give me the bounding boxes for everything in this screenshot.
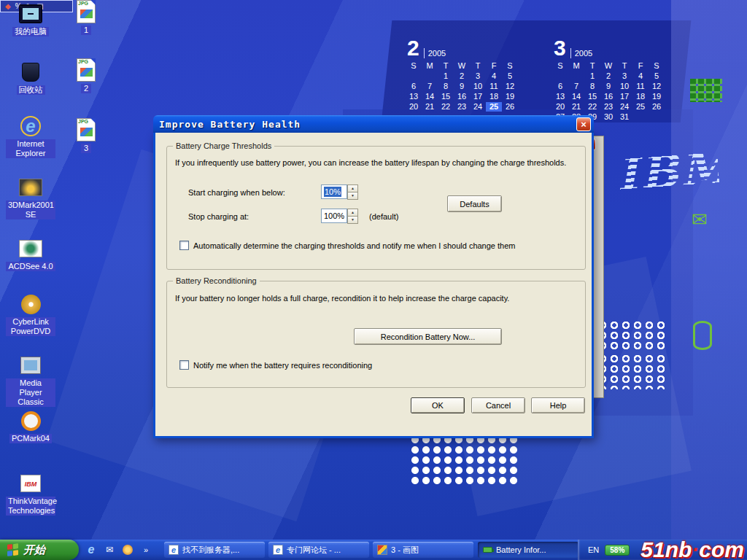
calendar-day: 15 xyxy=(438,92,454,101)
quicklaunch-media-icon[interactable] xyxy=(121,543,134,556)
start-charge-input[interactable]: 10% xyxy=(321,184,347,199)
task-button-battery-information[interactable]: Battery Infor... xyxy=(478,542,578,558)
icon-label: 回收站 xyxy=(17,85,45,95)
stop-default-suffix: (default) xyxy=(369,212,398,222)
desktop-icon-3dmark2001[interactable]: 3DMark2001 SE xyxy=(6,176,55,219)
icon-label: Media Player Classic xyxy=(6,378,55,407)
calendar-day: 3 xyxy=(470,71,486,81)
calendar-year: 2005 xyxy=(570,48,592,58)
start-charge-spinner[interactable]: 10% ▲ ▼ xyxy=(321,184,358,199)
ie-page-icon: e xyxy=(169,545,179,555)
icon-label: Internet Explorer xyxy=(6,139,55,158)
reconditioning-description: If your battery no longer holds a full c… xyxy=(175,294,580,303)
calendar-day: 6 xyxy=(552,82,568,91)
calendar-day: 9 xyxy=(600,82,616,91)
file-label: 2 xyxy=(81,84,91,93)
paint-icon xyxy=(377,545,387,555)
group-title: Battery Reconditioning xyxy=(173,276,260,285)
auto-threshold-checkbox-row[interactable]: Automatically determine the charging thr… xyxy=(179,241,515,250)
start-button[interactable]: 开始 xyxy=(0,540,79,560)
calendar-day-header: M xyxy=(422,61,438,71)
calendar-day: 10 xyxy=(470,82,486,91)
icon-label: 3DMark2001 SE xyxy=(6,201,55,219)
desktop-icon-media-player-classic[interactable]: Media Player Classic xyxy=(6,354,55,407)
calendar-day: 13 xyxy=(552,92,568,101)
desktop-icon-thinkvantage[interactable]: IBM ThinkVantage Technologies xyxy=(6,472,55,516)
desktop-file-jpg-1[interactable]: JPG 1 xyxy=(69,0,104,35)
language-indicator[interactable]: EN xyxy=(588,545,599,554)
calendar-day: 2 xyxy=(600,71,616,81)
calendar-day-header: T xyxy=(584,61,600,71)
calendar-day: 7 xyxy=(422,82,438,91)
notify-reconditioning-checkbox-row[interactable]: Notify me when the battery requires reco… xyxy=(179,360,372,370)
windows-logo-icon xyxy=(7,543,19,556)
defaults-button[interactable]: Defaults xyxy=(447,195,502,212)
calendar-day: 5 xyxy=(649,71,665,81)
calendar-day: 1 xyxy=(584,71,600,81)
calendar-day: 4 xyxy=(632,71,649,81)
auto-threshold-checkbox[interactable] xyxy=(179,241,189,250)
help-button[interactable]: Help xyxy=(531,397,585,413)
file-label: 3 xyxy=(81,144,91,153)
calendar-day: 25 xyxy=(486,102,502,112)
task-button-server-not-found[interactable]: e 找不到服务器,... xyxy=(164,542,265,558)
file-label: 1 xyxy=(81,26,91,35)
calendar-day: 8 xyxy=(584,82,600,91)
ok-button[interactable]: OK xyxy=(411,397,465,413)
dialog-titlebar[interactable]: Improve Battery Health × xyxy=(153,115,594,133)
recondition-battery-button[interactable]: Recondition Battery Now... xyxy=(354,328,502,345)
spinner-up-icon[interactable]: ▲ xyxy=(347,209,358,216)
desktop-file-jpg-2[interactable]: JPG 2 xyxy=(69,58,104,93)
desktop-icon-internet-explorer[interactable]: e Internet Explorer xyxy=(6,115,55,158)
notify-reconditioning-checkbox-label: Notify me when the battery requires reco… xyxy=(193,361,372,370)
spinner-up-icon[interactable]: ▲ xyxy=(347,184,358,192)
stop-charge-input[interactable]: 100% xyxy=(321,209,347,223)
calendar-day: 22 xyxy=(438,102,454,112)
acdsee-icon xyxy=(19,240,42,257)
51nb-watermark: 51nb·com xyxy=(640,540,744,560)
quicklaunch-ie-icon[interactable]: e xyxy=(85,543,98,556)
desktop-icon-acdsee[interactable]: ACDSee 4.0 xyxy=(6,238,55,271)
calendar-day: 13 xyxy=(406,92,422,101)
calendar-day: 24 xyxy=(616,102,632,112)
stop-charging-label: Stop charging at: xyxy=(188,212,249,222)
desktop-icon-my-computer[interactable]: 我的电脑 xyxy=(6,3,55,36)
quicklaunch-overflow-icon[interactable]: » xyxy=(139,543,152,556)
calendar-day: 26 xyxy=(502,102,518,112)
calendar-day: 21 xyxy=(422,102,438,112)
desktop-icon-recycle-bin[interactable]: 回收站 xyxy=(6,61,55,95)
media-player-classic-icon xyxy=(20,357,41,374)
calendar-day xyxy=(422,71,438,81)
desktop-file-jpg-3[interactable]: JPG 3 xyxy=(69,118,104,153)
calendar-day-header: F xyxy=(486,61,502,71)
background-window-edge xyxy=(592,136,604,398)
improve-battery-health-dialog: Improve Battery Health × Battery Charge … xyxy=(153,133,594,438)
calendar-day: 17 xyxy=(616,92,632,101)
desktop-icon-powerdvd[interactable]: CyberLink PowerDVD xyxy=(6,293,55,336)
desktop-icon-pcmark04[interactable]: PCMark04 xyxy=(6,410,55,443)
calendar-month: 3 xyxy=(554,38,566,58)
stop-charge-spinner[interactable]: 100% ▲ ▼ xyxy=(321,209,358,223)
calendar-day: 12 xyxy=(649,82,665,91)
close-icon[interactable]: × xyxy=(576,117,591,131)
spinner-down-icon[interactable]: ▼ xyxy=(347,216,358,224)
calendar-day-header: S xyxy=(649,61,665,71)
envelope-decoration-icon: ✉ xyxy=(692,209,708,231)
start-charging-label: Start charging when below: xyxy=(188,188,285,198)
battery-percentage-badge[interactable]: 58% xyxy=(605,545,630,556)
pcmark-icon xyxy=(21,411,41,431)
cancel-button[interactable]: Cancel xyxy=(471,397,525,413)
notify-reconditioning-checkbox[interactable] xyxy=(179,360,189,370)
task-button-paint[interactable]: 3 - 画图 xyxy=(373,542,473,558)
calendar-day xyxy=(568,71,584,81)
calendar-day: 16 xyxy=(600,92,616,101)
task-button-forum[interactable]: e 专门网论坛 - ... xyxy=(268,542,369,558)
calendar-day: 6 xyxy=(406,82,422,91)
calendar-day: 24 xyxy=(470,102,486,112)
calendar-day: 12 xyxy=(502,82,518,91)
icon-label: CyberLink PowerDVD xyxy=(6,317,55,336)
calendar-day: 22 xyxy=(584,102,600,112)
spinner-down-icon[interactable]: ▼ xyxy=(347,192,358,200)
quicklaunch-mail-icon[interactable]: ✉ xyxy=(103,543,116,556)
jpg-file-icon: JPG xyxy=(77,0,96,23)
